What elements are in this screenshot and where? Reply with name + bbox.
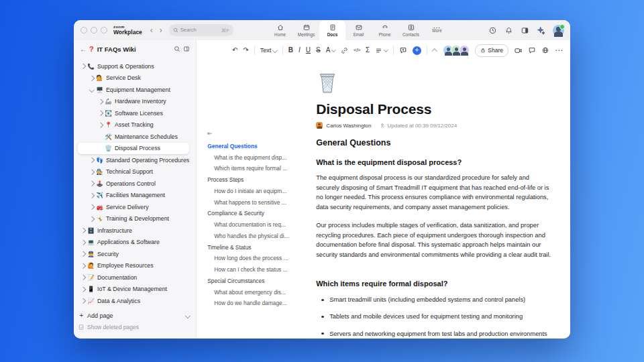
tab-meetings[interactable]: Meetings: [293, 20, 319, 40]
tab-contacts[interactable]: Contacts: [398, 20, 424, 40]
sidebar-item-facilities-management[interactable]: ✈️Facilities Management: [78, 190, 189, 202]
undo-button[interactable]: ↶: [232, 47, 237, 54]
sidebar-item-equipment-management[interactable]: 🖥️Equipment Management: [78, 84, 189, 96]
expander-chevron-right-icon[interactable]: [88, 158, 95, 162]
expander-chevron-right-icon[interactable]: [97, 111, 104, 115]
minimize-window-button[interactable]: [91, 27, 97, 34]
sidebar-back-button[interactable]: ←: [80, 46, 87, 53]
expander-chevron-right-icon[interactable]: [79, 276, 87, 280]
expander-chevron-right-icon[interactable]: [88, 76, 95, 80]
outline-item[interactable]: How can I check the status ...: [207, 266, 308, 274]
nav-back-button[interactable]: ‹: [150, 26, 153, 34]
share-button[interactable]: Share: [475, 44, 508, 57]
collapse-outline-icon[interactable]: ⇤: [207, 130, 308, 137]
video-camera-icon[interactable]: [514, 46, 523, 55]
outline-section[interactable]: Process Steps: [207, 176, 308, 184]
chat-bubble-icon[interactable]: [528, 46, 536, 54]
strikethrough-button[interactable]: S: [316, 47, 321, 54]
clock-icon[interactable]: [488, 26, 497, 35]
outline-item[interactable]: What happens to sensitive ...: [207, 199, 308, 206]
expander-chevron-right-icon[interactable]: [88, 194, 95, 198]
bell-icon[interactable]: [504, 26, 513, 35]
show-deleted-pages-button[interactable]: Show deleted pages: [78, 322, 189, 334]
sidebar-item-operations-control[interactable]: 🕹️Operations Control: [78, 178, 189, 190]
sidebar-item-hardware-inventory[interactable]: 🦾Hardware Inventory: [78, 96, 189, 108]
tab-more[interactable]: ⋯ More: [424, 20, 450, 40]
global-search-input[interactable]: Search ⌘F: [169, 24, 233, 36]
expander-chevron-right-icon[interactable]: [97, 100, 104, 104]
outline-item[interactable]: What documentation is req...: [207, 221, 308, 229]
sidebar-item-employee-resources[interactable]: 🙋Employee Resources: [78, 260, 189, 272]
expander-chevron-right-icon[interactable]: [88, 182, 95, 186]
insert-plus-button[interactable]: +: [413, 46, 421, 55]
list-format-dropdown[interactable]: [375, 47, 388, 54]
user-avatar[interactable]: [553, 25, 564, 36]
sidebar-item-iot-device-management[interactable]: 📱IoT & Device Management: [78, 284, 189, 296]
outline-item[interactable]: How do we handle damage...: [207, 300, 308, 307]
ai-companion-sparkle-icon[interactable]: [537, 26, 545, 35]
sidebar-item-infrastructure[interactable]: 🗄️Infrastructure: [78, 225, 189, 237]
zoom-window-button[interactable]: [101, 27, 107, 34]
expander-chevron-right-icon[interactable]: [79, 241, 87, 245]
sidebar-item-standard-operating-procedures[interactable]: 👣Standard Operating Procedures: [78, 154, 189, 166]
outline-item[interactable]: How do I initiate an equipm...: [207, 188, 308, 195]
redo-button[interactable]: ↷: [243, 47, 248, 54]
expander-chevron-right-icon[interactable]: [79, 288, 87, 292]
collapse-toolbar-chevron-icon[interactable]: [432, 49, 437, 54]
italic-button[interactable]: I: [299, 47, 301, 54]
expander-chevron-right-icon[interactable]: [79, 299, 87, 303]
sidebar-item-documentation[interactable]: 📝Documentation: [78, 272, 189, 284]
sidebar-item-security[interactable]: 👮Security: [78, 248, 189, 260]
tab-docs[interactable]: Docs: [319, 20, 345, 40]
outline-section[interactable]: Compliance & Security: [207, 210, 308, 217]
outline-item[interactable]: What about emergency dis...: [207, 289, 308, 296]
sidebar-item-technical-support[interactable]: 🧑‍🔧Technical Support: [78, 166, 189, 178]
outline-item[interactable]: How long does the process ...: [207, 255, 308, 262]
sidebar-panel-icon[interactable]: [183, 46, 190, 52]
outline-item[interactable]: What is the equipment disp...: [207, 154, 308, 162]
underline-button[interactable]: U: [306, 47, 311, 54]
expander-chevron-right-icon[interactable]: [97, 123, 104, 127]
collaborator-avatar-3[interactable]: [459, 45, 470, 56]
bold-button[interactable]: B: [288, 47, 293, 54]
tab-home[interactable]: Home: [267, 20, 293, 40]
expander-chevron-right-icon[interactable]: [79, 264, 87, 268]
globe-icon[interactable]: [541, 46, 549, 54]
expander-chevron-right-icon[interactable]: [88, 170, 95, 174]
sidebar-item-applications-software[interactable]: 💻Applications & Software: [78, 237, 189, 249]
add-page-chevron-down-icon[interactable]: [185, 313, 191, 318]
sidebar-item-data-analytics[interactable]: 📈Data & Analytics: [78, 295, 189, 307]
outline-item[interactable]: Who handles the physical di...: [207, 233, 308, 240]
expander-chevron-right-icon[interactable]: [79, 252, 87, 256]
sidebar-item-asset-tracking[interactable]: 📍Asset Tracking: [78, 119, 189, 131]
expander-chevron-right-icon[interactable]: [88, 205, 95, 209]
code-button[interactable]: </>: [354, 48, 360, 53]
sidebar-item-service-delivery[interactable]: 🚒Service Delivery: [78, 201, 189, 213]
sidebar-item-maintenance-schedules[interactable]: 🛠️Maintenance Schedules: [78, 131, 189, 143]
document-body[interactable]: Disposal Process Carlos Washington Updat…: [311, 60, 570, 339]
nav-forward-button[interactable]: ›: [160, 26, 162, 34]
expander-chevron-right-icon[interactable]: [79, 229, 87, 233]
outline-section[interactable]: Timeline & Status: [207, 244, 308, 251]
tab-email[interactable]: Email: [345, 20, 372, 40]
expander-chevron-right-icon[interactable]: [88, 217, 95, 221]
close-window-button[interactable]: [80, 27, 87, 34]
expander-chevron-down-icon[interactable]: [88, 88, 95, 92]
outline-section[interactable]: Special Circumstances: [207, 278, 308, 285]
outline-section[interactable]: General Questions: [207, 143, 308, 150]
text-color-dropdown[interactable]: A: [326, 47, 335, 54]
comment-icon[interactable]: [399, 46, 407, 54]
sidebar-item-disposal-process[interactable]: 🗑️Disposal Process: [78, 143, 189, 155]
outline-item[interactable]: Which items require formal ...: [207, 165, 308, 172]
sidebar-item-service-desk[interactable]: 💁Service Desk: [78, 72, 189, 84]
sidebar-item-support-operations[interactable]: 📞Support & Operations: [78, 60, 189, 72]
sidebar-toggle-icon[interactable]: [521, 26, 529, 35]
sidebar-item-software-licenses[interactable]: 💽Software Licenses: [78, 107, 189, 119]
tab-phone[interactable]: Phone: [372, 20, 398, 40]
equation-button[interactable]: Σ: [366, 47, 370, 54]
add-page-button[interactable]: + Add page: [78, 310, 189, 322]
text-style-dropdown[interactable]: Text: [260, 47, 277, 54]
expander-chevron-right-icon[interactable]: [79, 64, 87, 68]
link-icon[interactable]: [341, 47, 348, 54]
sidebar-item-training-development[interactable]: 🤸Training & Development: [78, 213, 189, 225]
